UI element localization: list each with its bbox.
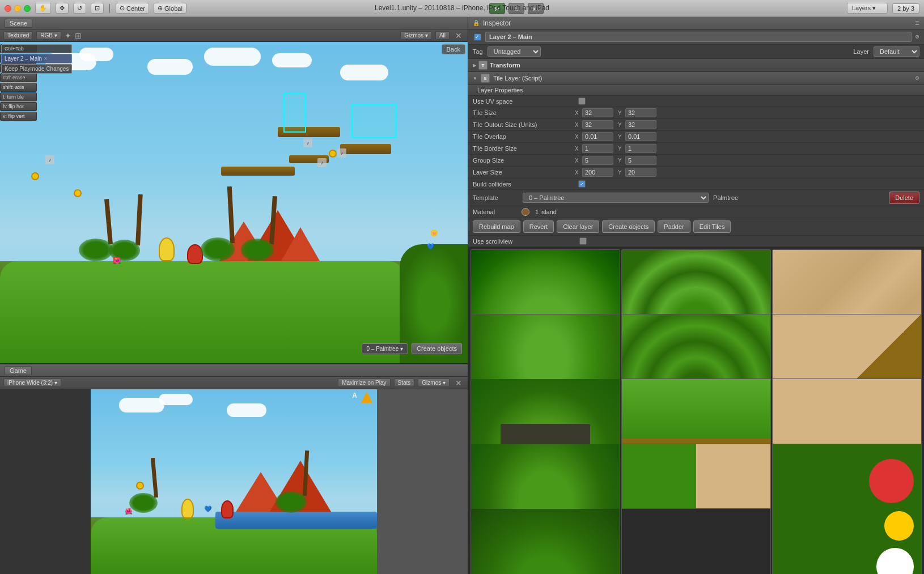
stats-btn[interactable]: Stats [394, 379, 415, 387]
tool-flip-hor[interactable]: h: flip hor [0, 102, 37, 111]
layer-size-y[interactable] [625, 168, 656, 177]
material-value: 1 island [535, 209, 557, 215]
global-btn[interactable]: ⊕ Global [154, 3, 187, 14]
game-bg: 🌺 💙 A [91, 389, 377, 574]
rotate-tool[interactable]: ↺ [73, 3, 86, 14]
game-gizmos-btn[interactable]: Gizmos ▾ [418, 379, 450, 387]
cloud-4 [204, 48, 261, 66]
scrollview-row: Use scrollview [468, 236, 924, 247]
scene-tab[interactable]: Scene [5, 19, 32, 28]
window-title: Level1.1.unity – 20110818 – iPhone, iPod… [375, 4, 549, 12]
center-btn[interactable]: ⊙ Center [116, 3, 149, 14]
scene-toolbar-icon1[interactable]: ✦ [65, 31, 71, 40]
padder-button[interactable]: Padder [658, 220, 690, 233]
move-tool[interactable]: ✥ [56, 3, 69, 14]
scene-tab-label: Scene [10, 20, 27, 27]
back-button[interactable]: Back [442, 44, 465, 54]
selection-2 [351, 104, 397, 138]
create-objects-button[interactable]: Create objects [602, 220, 655, 233]
palmtree-dropdown[interactable]: 0 – Palmtree ▾ [362, 343, 408, 354]
textured-btn[interactable]: Textured [3, 31, 33, 40]
game-canvas[interactable]: 🌺 💙 A [91, 389, 377, 574]
close-button[interactable] [5, 5, 11, 12]
maximize-play-btn[interactable]: Maximize on Play [338, 379, 390, 387]
all-btn[interactable]: All [435, 31, 450, 40]
tile-overlap-x[interactable] [582, 132, 613, 141]
iphone-wide-label: iPhone Wide (3:2) [7, 380, 53, 386]
layer-size-x[interactable] [582, 168, 613, 177]
rgb-btn[interactable]: RGB ▾ [36, 31, 61, 40]
scene-canvas[interactable]: ♪ ♪ ♪ ♪ [0, 42, 468, 363]
keep-playmode-btn[interactable]: Keep Playmode Changes [1, 64, 72, 74]
ctrl-tab-label: Ctrl+Tab [1, 44, 72, 53]
iphone-wide-btn[interactable]: iPhone Wide (3:2) ▾ [3, 379, 61, 387]
traffic-lights [5, 5, 31, 12]
use-uv-checkbox[interactable] [578, 97, 586, 105]
tile-12[interactable] [471, 508, 620, 574]
close-game-icon[interactable]: ✕ [453, 379, 464, 388]
tile-border-y[interactable] [625, 144, 656, 153]
tile-13[interactable] [621, 508, 771, 574]
global-label: Global [164, 5, 183, 12]
tile-grid[interactable] [468, 247, 924, 574]
group-size-label: Group Size [473, 157, 575, 164]
tile-border-x-group: X [575, 144, 613, 153]
rebuild-map-button[interactable]: Rebuild map [473, 220, 520, 233]
minimize-button[interactable] [14, 5, 21, 12]
group-size-y[interactable] [625, 156, 656, 165]
character-main [159, 237, 175, 261]
scene-toolbar-icon2[interactable]: ⊞ [75, 31, 82, 40]
speaker-1: ♪ [45, 155, 54, 164]
game-left-bar [0, 389, 91, 574]
scale-tool[interactable]: ⊡ [91, 3, 104, 14]
layer-x-btn[interactable]: ✕ [44, 56, 48, 61]
layer-name-field[interactable] [485, 32, 912, 42]
layer-settings-icon[interactable]: ⚙ [915, 34, 919, 40]
build-colliders-checkbox[interactable]: ✓ [578, 180, 586, 188]
tile-output-x[interactable] [582, 120, 613, 129]
coin-3 [329, 150, 337, 158]
tool-turn-tile[interactable]: t: turn tile [0, 92, 37, 101]
tile-overlap-y[interactable] [625, 132, 656, 141]
tile-border-x[interactable] [582, 144, 613, 153]
tool-shift-axis[interactable]: shift: axis [0, 83, 37, 92]
inspector-menu-icon[interactable]: ☰ [915, 20, 919, 26]
template-dropdown[interactable]: 0 – Palmtree [523, 193, 709, 203]
transform-section[interactable]: ▶ T Transform [468, 59, 924, 72]
delete-button[interactable]: Delete [889, 192, 919, 204]
group-size-x[interactable] [582, 156, 613, 165]
left-panel: Scene Textured RGB ▾ ✦ ⊞ Gizmos ▾ All [0, 17, 468, 574]
layer-active-checkbox[interactable]: ✓ [474, 33, 481, 41]
tile-size-x[interactable] [582, 108, 613, 117]
top-bar: ✋ ✥ ↺ ⊡ ⊙ Center ⊕ Global ▶ ⏸ ⏭ Level1.1… [0, 0, 924, 17]
use-scrollview-checkbox[interactable] [579, 237, 587, 245]
tile-size-y[interactable] [625, 108, 656, 117]
game-tab[interactable]: Game [5, 366, 32, 375]
create-objects-btn[interactable]: Create objects [412, 343, 462, 354]
revert-button[interactable]: Revert [523, 220, 554, 233]
layers-dropdown[interactable]: Layers ▾ [847, 3, 888, 14]
maximize-button[interactable] [24, 5, 31, 12]
edit-tiles-button[interactable]: Edit Tiles [693, 220, 731, 233]
tile-size-label: Tile Size [473, 109, 575, 116]
speaker-2: ♪ [303, 138, 312, 147]
close-scene-icon[interactable]: ✕ [453, 31, 464, 40]
center-label: Center [126, 5, 145, 12]
tool-ctrl-erase[interactable]: ctrl: erase [0, 73, 37, 82]
tile-11[interactable] [772, 444, 922, 574]
layer-select[interactable]: Default [874, 46, 919, 57]
tile-size-fields: X Y [575, 108, 656, 117]
use-scrollview-label: Use scrollview [473, 238, 575, 245]
tile-overlap-row: Tile Overlap X Y [468, 131, 924, 143]
tile-size-y-group: Y [618, 108, 656, 117]
hand-tool[interactable]: ✋ [35, 3, 51, 14]
tag-dropdown[interactable]: Untagged [488, 46, 541, 57]
group-size-x-group: X [575, 156, 613, 165]
tile-layer-menu[interactable]: ⚙ [915, 75, 919, 81]
tile-output-fields: X Y [575, 120, 656, 129]
tool-flip-vert[interactable]: v: flip vert [0, 112, 37, 121]
platform-2 [340, 144, 391, 154]
clear-layer-button[interactable]: Clear layer [557, 220, 599, 233]
gizmos-btn[interactable]: Gizmos ▾ [400, 31, 432, 40]
tile-output-y[interactable] [625, 120, 656, 129]
